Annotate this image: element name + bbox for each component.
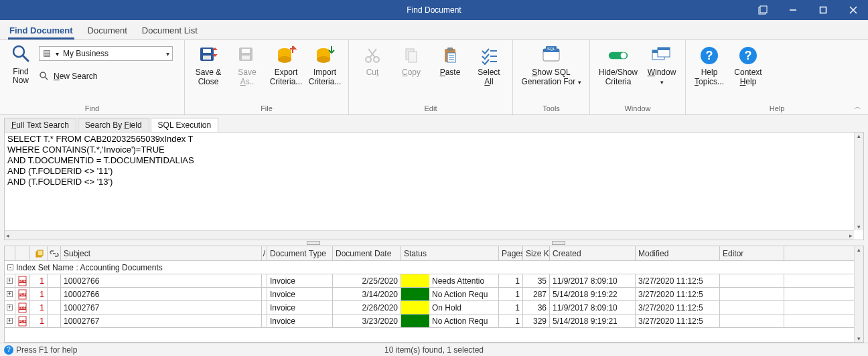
find-now-button[interactable] — [7, 43, 35, 64]
select-all-icon — [478, 45, 500, 66]
pages-cell: 1 — [499, 301, 523, 314]
menu-document-list[interactable]: Document List — [141, 21, 199, 39]
col-icon[interactable] — [15, 246, 30, 260]
expand-cell[interactable]: + — [5, 315, 15, 327]
paste-button[interactable]: Paste — [431, 42, 469, 100]
copy-icon — [401, 45, 422, 66]
svg-point-21 — [278, 56, 291, 63]
col-editor[interactable]: Editor — [720, 246, 784, 260]
svg-rect-1 — [760, 6, 767, 13]
version-cell: 1 — [30, 301, 48, 314]
tab-full-text-search[interactable]: Full Text Search — [4, 118, 76, 132]
cabinet-icon — [42, 49, 52, 58]
save-close-button[interactable]: Save & Close — [189, 42, 228, 100]
table-row[interactable]: +PDF110002766Invoice2/25/2020Needs Atten… — [5, 274, 863, 288]
menu-document[interactable]: Document — [86, 21, 129, 39]
col-doc-date[interactable]: Document Date — [333, 246, 401, 260]
find-now-label-wrap[interactable]: Find Now — [7, 68, 35, 85]
doctype-cell: Invoice — [267, 274, 333, 287]
import-criteria-button[interactable]: Import Criteria... — [305, 42, 344, 100]
context-help-icon: ? — [737, 45, 759, 66]
clipboard-icon — [439, 45, 461, 66]
help-topics-button[interactable]: ? Help Topics... — [690, 42, 729, 100]
minimize-button[interactable] — [778, 0, 808, 20]
sql-editor-wrap: ▴▾ ◂▸ — [4, 132, 864, 240]
svg-rect-55 — [38, 250, 43, 256]
close-button[interactable] — [838, 0, 868, 20]
menu-find-document[interactable]: Find Document — [8, 21, 74, 39]
editor-cell — [720, 315, 784, 327]
window-menu-button[interactable]: Window▾ — [642, 42, 681, 100]
status-help-text: Press F1 for help — [16, 345, 77, 355]
popout-button[interactable] — [747, 0, 778, 20]
col-doc-type[interactable]: Document Type — [267, 246, 333, 260]
expand-cell[interactable]: + — [5, 288, 15, 300]
table-row[interactable]: +PDF110002767Invoice2/26/2020On Hold1361… — [5, 301, 863, 315]
grid-group-row[interactable]: - Index Set Name : Accounting Documents — [5, 261, 863, 274]
col-created[interactable]: Created — [550, 246, 636, 260]
statusbar: ? Press F1 for help 10 item(s) found, 1 … — [0, 343, 868, 356]
ribbon-group-tools: SQL Show SQL Generation For ▾ Tools — [513, 40, 590, 114]
context-help-button[interactable]: ? Context Help — [729, 42, 768, 100]
svg-text:?: ? — [745, 49, 752, 62]
col-size[interactable]: Size K — [523, 246, 550, 260]
new-search-button[interactable]: New Search — [39, 71, 97, 82]
sql-editor[interactable] — [5, 132, 863, 240]
ribbon-collapse-button[interactable]: ︿ — [854, 102, 861, 112]
size-cell: 36 — [523, 301, 550, 314]
scope-dropdown[interactable]: ▾ My Business ▾ — [39, 46, 173, 61]
collapse-group-icon[interactable]: - — [7, 264, 13, 270]
maximize-button[interactable] — [808, 0, 838, 20]
splitter-handle-right[interactable] — [552, 241, 565, 245]
svg-rect-14 — [203, 49, 211, 53]
group-label-find: Find — [4, 104, 180, 114]
export-criteria-button[interactable]: Export Criteria... — [267, 42, 305, 100]
docdate-cell: 2/25/2020 — [333, 274, 401, 287]
modified-cell: 3/27/2020 11:12:5 — [636, 301, 720, 314]
cut-button: Cut — [353, 42, 392, 100]
col-subject[interactable]: Subject — [61, 246, 262, 260]
hide-show-criteria-button[interactable]: Hide/Show Criteria — [594, 42, 642, 100]
col-status[interactable]: Status — [401, 246, 499, 260]
grid-vertical-scrollbar[interactable]: ▴▾ — [854, 246, 863, 342]
svg-rect-10 — [44, 54, 50, 56]
col-modified[interactable]: Modified — [636, 246, 720, 260]
svg-text:PDF: PDF — [19, 319, 25, 323]
tab-sql-execution[interactable]: SQL Execution — [151, 118, 219, 132]
col-pages[interactable]: Pages — [499, 246, 523, 260]
horizontal-scrollbar[interactable]: ◂▸ — [5, 230, 854, 240]
ribbon-group-find: ▾ My Business ▾ Find Now New Search Find — [0, 40, 185, 114]
table-row[interactable]: +PDF110002766Invoice3/14/2020No Action R… — [5, 288, 863, 301]
doctype-cell: Invoice — [267, 288, 333, 300]
ribbon: ▾ My Business ▾ Find Now New Search Find — [0, 40, 868, 115]
link-icon — [39, 71, 50, 82]
tab-search-by-field[interactable]: Search By Field — [78, 118, 149, 132]
status-help-icon[interactable]: ? — [4, 345, 13, 355]
col-version[interactable] — [30, 246, 48, 260]
slash-cell — [262, 301, 267, 314]
splitter-handle-left[interactable] — [307, 241, 320, 245]
show-sql-button[interactable]: SQL Show SQL Generation For ▾ — [517, 42, 585, 100]
svg-rect-9 — [44, 51, 50, 53]
col-slash[interactable]: / — [262, 246, 267, 260]
save-close-label: Save & Close — [196, 68, 222, 86]
version-cell: 1 — [30, 315, 48, 327]
svg-text:PDF: PDF — [19, 279, 25, 283]
svg-rect-15 — [203, 56, 211, 60]
vertical-scrollbar[interactable]: ▴▾ — [854, 132, 863, 230]
grid-header: Subject / Document Type Document Date St… — [5, 246, 863, 261]
expand-cell[interactable]: + — [5, 274, 15, 287]
splitter[interactable] — [0, 240, 868, 246]
col-link[interactable] — [48, 246, 61, 260]
svg-line-7 — [23, 56, 28, 61]
group-label-window: Window — [594, 104, 681, 114]
created-cell: 11/9/2017 8:09:10 — [550, 274, 636, 287]
table-row[interactable]: +PDF110002767Invoice3/23/2020No Action R… — [5, 315, 863, 328]
ribbon-group-window: Hide/Show Criteria Window▾ Window — [590, 40, 686, 114]
col-expand[interactable] — [5, 246, 15, 260]
doc-icon-cell: PDF — [15, 301, 30, 314]
expand-cell[interactable]: + — [5, 301, 15, 314]
select-all-button[interactable]: Select All — [469, 42, 508, 100]
magnifier-icon — [11, 43, 31, 64]
copy-button: Copy — [392, 42, 431, 100]
